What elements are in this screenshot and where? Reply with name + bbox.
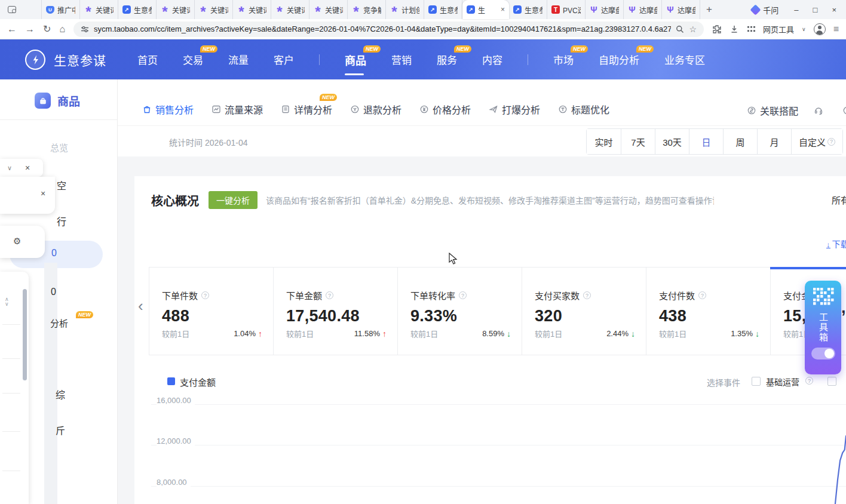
browser-tab[interactable]: 达摩盘 bbox=[662, 0, 700, 19]
subnav-link-service-experience[interactable] bbox=[814, 106, 827, 115]
home-icon[interactable]: ⌂ bbox=[59, 24, 65, 34]
nav-item-traffic[interactable]: 流量 bbox=[228, 39, 249, 79]
nav-item-customer[interactable]: 客户 bbox=[274, 39, 294, 79]
scroll-chevrons-icon[interactable]: ∧∨ bbox=[5, 297, 9, 306]
metric-value: 17,540.48 bbox=[286, 307, 385, 325]
subnav-tab-refund-analysis[interactable]: 退款分析 bbox=[350, 102, 401, 116]
metric-card[interactable]: 下单金额 17,540.48 较前1日 11.58% bbox=[274, 268, 398, 355]
browser-tab[interactable]: 关键词 bbox=[195, 0, 233, 19]
date-option-month[interactable]: 月 bbox=[757, 129, 791, 154]
browser-tab[interactable]: 计划创 bbox=[386, 0, 424, 19]
date-option-realtime[interactable]: 实时 bbox=[587, 129, 621, 154]
browser-tab[interactable]: 关键词 bbox=[271, 0, 309, 19]
event-checkbox-basic-ops[interactable] bbox=[752, 377, 761, 386]
browser-tab[interactable]: 生意参 bbox=[118, 0, 157, 19]
subnav-tab-traffic-source[interactable]: 流量来源 bbox=[212, 102, 263, 116]
subnav-link-related-match[interactable]: 关联搭配 bbox=[747, 103, 798, 118]
browser-tab[interactable]: 达摩盘 bbox=[624, 0, 662, 19]
browser-tab[interactable]: PVC透 bbox=[547, 0, 586, 19]
forward-icon[interactable]: → bbox=[25, 24, 35, 34]
web-tools-grid-icon[interactable] bbox=[747, 25, 755, 33]
browser-tab[interactable]: 生意参 bbox=[509, 0, 547, 19]
carousel-prev-icon[interactable]: ‹ bbox=[138, 297, 143, 315]
one-click-analysis-button[interactable]: 一键分析 bbox=[209, 191, 258, 209]
tab-title: 竞争解 bbox=[363, 5, 381, 15]
browser-tab[interactable] bbox=[4, 0, 42, 19]
subnav-tab-sales-analysis[interactable]: 销售分析 bbox=[142, 102, 194, 116]
close-icon[interactable]: × bbox=[25, 163, 30, 173]
web-tools-label[interactable]: 网页工具 bbox=[763, 23, 794, 35]
metric-card[interactable]: 支付件数 438 较前1日 1.35% bbox=[646, 268, 771, 355]
date-option-30d[interactable]: 30天 bbox=[655, 129, 689, 154]
date-option-custom[interactable]: 自定义 bbox=[791, 129, 842, 154]
metric-card[interactable]: 下单转化率 9.33% 较前1日 8.59% bbox=[398, 268, 522, 355]
browser-tab[interactable]: 关键词 bbox=[157, 0, 195, 19]
sidebar-item-fragment[interactable]: 0 bbox=[51, 248, 57, 259]
scrollbar-thumb[interactable] bbox=[23, 289, 27, 380]
gear-icon[interactable]: ⚙ bbox=[13, 236, 21, 247]
browser-tab[interactable]: 达摩盘 bbox=[586, 0, 624, 19]
subnav-tab-detail-analysis[interactable]: 详情分析 NEW bbox=[281, 102, 332, 116]
bag-icon bbox=[142, 105, 152, 114]
close-button[interactable]: × bbox=[832, 5, 836, 14]
sidebar-item-fragment[interactable]: 斤 bbox=[56, 423, 65, 437]
date-option-week[interactable]: 周 bbox=[723, 129, 757, 154]
nav-item-business-zone[interactable]: 业务专区 bbox=[664, 39, 705, 79]
nav-item-content[interactable]: 内容 bbox=[482, 39, 502, 79]
sidebar-item-fragment[interactable]: 分析 bbox=[50, 316, 68, 329]
sidebar-item-fragment[interactable]: 空 bbox=[57, 178, 66, 192]
address-bar[interactable]: sycm.taobao.com/cc/item_archives?activeK… bbox=[73, 21, 704, 37]
assistant-button[interactable]: 千问 bbox=[752, 4, 778, 16]
nav-item-self-analysis[interactable]: 自助分析NEW bbox=[599, 39, 639, 79]
date-option-day[interactable]: 日 bbox=[689, 129, 723, 154]
nav-item-market[interactable]: 市场NEW bbox=[553, 39, 574, 79]
nav-item-product[interactable]: 商品NEW bbox=[345, 39, 366, 79]
event-checkbox-2[interactable] bbox=[827, 377, 836, 386]
browser-tab[interactable]: 关键词 bbox=[233, 0, 271, 19]
metric-card[interactable]: 支付买家数 320 较前1日 2.44% bbox=[522, 268, 646, 355]
sidebar-item-overview[interactable]: 总览 bbox=[50, 141, 68, 153]
menu-icon[interactable]: ≡ bbox=[833, 24, 839, 35]
reload-icon[interactable]: ↻ bbox=[43, 24, 51, 34]
browser-tab[interactable]: 推广中 bbox=[42, 0, 80, 19]
browser-tab[interactable]: 关键词 bbox=[80, 0, 118, 19]
subnav-tab-explosive-analysis[interactable]: 打爆分析 bbox=[489, 102, 540, 116]
zoom-icon[interactable] bbox=[676, 25, 684, 33]
chevron-down-icon[interactable]: ∨ bbox=[802, 26, 806, 32]
download-icon[interactable] bbox=[729, 24, 739, 34]
metric-card[interactable]: 下单件数 488 较前1日 1.04% bbox=[149, 268, 274, 355]
tab-close-icon[interactable]: × bbox=[501, 5, 505, 14]
date-option-7d[interactable]: 7天 bbox=[621, 129, 655, 154]
browser-tab[interactable]: 生意参 bbox=[424, 0, 462, 19]
nav-item-marketing[interactable]: 营销 bbox=[391, 39, 412, 79]
toolbox-widget[interactable]: 工具箱 bbox=[805, 281, 841, 374]
sidebar-item-fragment[interactable]: 0 bbox=[51, 287, 56, 297]
terminal-selector[interactable]: 所有 bbox=[832, 193, 846, 206]
new-tab-button[interactable]: + bbox=[706, 4, 712, 16]
collapse-chevron-icon[interactable]: ∨ bbox=[7, 164, 12, 172]
subnav-tab-title-optimize[interactable]: 标题优化 bbox=[558, 102, 609, 116]
nav-item-service[interactable]: 服务NEW bbox=[437, 39, 457, 79]
browser-tab[interactable]: 关键词 bbox=[309, 0, 348, 19]
close-icon[interactable]: × bbox=[41, 189, 45, 198]
extensions-puzzle-icon[interactable] bbox=[712, 24, 722, 34]
minimize-button[interactable]: – bbox=[794, 5, 798, 14]
browser-tab[interactable]: 竞争解 bbox=[348, 0, 386, 19]
subnav-tab-price-analysis[interactable]: 价格分析 bbox=[419, 102, 471, 116]
back-icon[interactable]: ← bbox=[7, 24, 17, 34]
nav-item-home[interactable]: 首页 bbox=[137, 39, 158, 79]
nav-item-trade[interactable]: 交易NEW bbox=[183, 39, 203, 79]
bookmark-star-icon[interactable]: ☆ bbox=[689, 24, 697, 34]
trend-chart[interactable]: 16,000.00 12,000.00 8,000.00 bbox=[134, 388, 846, 504]
maximize-button[interactable]: □ bbox=[813, 5, 818, 14]
sidebar-item-fragment[interactable]: 综 bbox=[56, 387, 65, 401]
tab-title: 生意参 bbox=[525, 5, 542, 15]
download-link[interactable]: ↓下载 bbox=[826, 238, 846, 250]
toolbox-toggle[interactable] bbox=[811, 348, 835, 359]
clipped-icon[interactable] bbox=[842, 106, 846, 115]
profile-avatar[interactable] bbox=[814, 23, 826, 35]
metric-name: 下单金额 bbox=[286, 289, 322, 302]
browser-tab[interactable]: 生 × bbox=[462, 0, 509, 19]
sidebar-item-fragment[interactable]: 行 bbox=[57, 214, 66, 228]
url-text[interactable]: sycm.taobao.com/cc/item_archives?activeK… bbox=[94, 24, 671, 33]
